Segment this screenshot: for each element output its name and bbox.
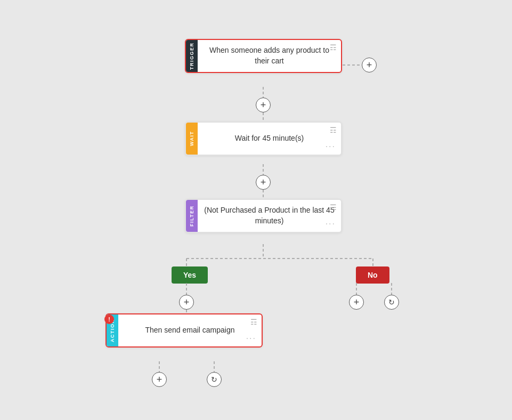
add-after-trigger-button[interactable]: + bbox=[256, 98, 271, 112]
refresh-no-icon: ↻ bbox=[388, 298, 395, 306]
wait-label: WAIT bbox=[189, 131, 194, 147]
yes-button[interactable]: Yes bbox=[172, 266, 208, 284]
filter-title: (Not Purchased a Product in the last 45 … bbox=[204, 205, 335, 226]
action-card: ACTION ☶ Then send email campaign ··· bbox=[105, 313, 263, 348]
filter-more-icon[interactable]: ··· bbox=[326, 219, 336, 229]
wait-title: Wait for 45 minute(s) bbox=[204, 133, 335, 144]
wait-note-icon: ☶ bbox=[330, 126, 337, 134]
trigger-note-icon: ☶ bbox=[330, 43, 337, 52]
action-more-icon[interactable]: ··· bbox=[246, 334, 256, 343]
refresh-after-action-button[interactable]: ↻ bbox=[207, 372, 222, 387]
add-after-action-button[interactable]: + bbox=[152, 372, 167, 387]
refresh-no-branch-button[interactable]: ↻ bbox=[384, 295, 399, 310]
add-no-branch-button[interactable]: + bbox=[349, 295, 364, 310]
wait-sidebar: WAIT bbox=[186, 123, 198, 155]
filter-card: FILTER ☶ (Not Purchased a Product in the… bbox=[185, 199, 342, 233]
filter-note-icon: ☶ bbox=[330, 203, 337, 212]
trigger-card: TRIGGER ☶ When someone adds any product … bbox=[185, 39, 342, 73]
filter-body: ☶ (Not Purchased a Product in the last 4… bbox=[198, 200, 341, 232]
add-trigger-right-button[interactable]: + bbox=[362, 58, 377, 72]
action-title: Then send email campaign bbox=[125, 325, 255, 336]
trigger-title: When someone adds any product to their c… bbox=[204, 45, 335, 66]
filter-sidebar: FILTER bbox=[186, 200, 198, 232]
filter-label: FILTER bbox=[189, 205, 194, 227]
action-error-badge: ! bbox=[104, 314, 114, 324]
trigger-sidebar: TRIGGER bbox=[186, 40, 198, 72]
no-button[interactable]: No bbox=[356, 266, 389, 284]
add-yes-branch-button[interactable]: + bbox=[179, 295, 194, 310]
action-body: ☶ Then send email campaign ··· bbox=[118, 314, 262, 346]
trigger-label: TRIGGER bbox=[189, 42, 194, 70]
add-after-wait-button[interactable]: + bbox=[256, 175, 271, 190]
wait-body: ☶ Wait for 45 minute(s) ··· bbox=[198, 123, 341, 155]
workflow-canvas: TRIGGER ☶ When someone adds any product … bbox=[0, 0, 512, 420]
trigger-body: ☶ When someone adds any product to their… bbox=[198, 40, 341, 72]
wait-more-icon[interactable]: ··· bbox=[326, 142, 336, 151]
refresh-icon: ↻ bbox=[211, 375, 217, 384]
wait-card: WAIT ☶ Wait for 45 minute(s) ··· bbox=[185, 122, 342, 156]
action-note-icon: ☶ bbox=[250, 318, 257, 326]
